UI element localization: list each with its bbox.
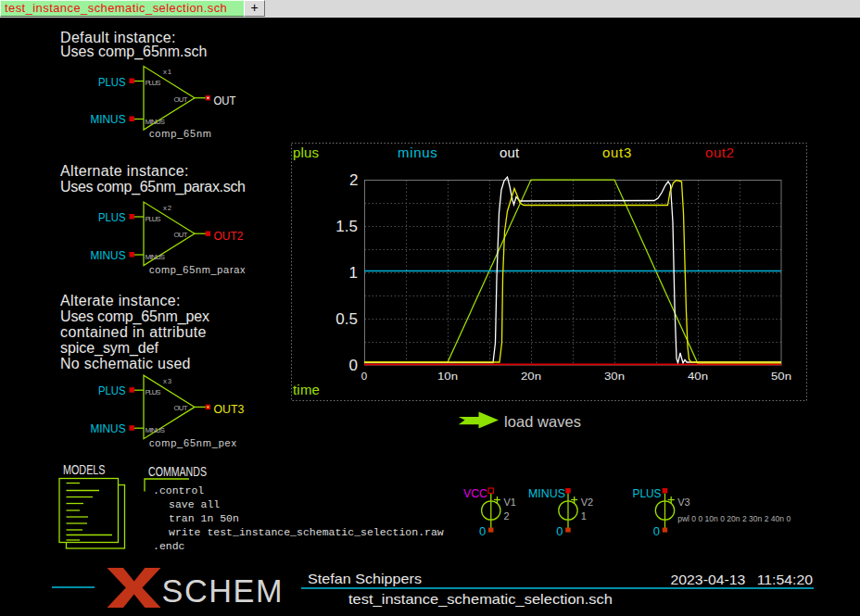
svg-text:minus: minus — [398, 145, 437, 160]
svg-text:pwl 0 0 10n 0 20n 2 30n 2 40n: pwl 0 0 10n 0 20n 2 30n 2 40n 0 — [677, 513, 790, 523]
svg-text:spice_sym_def: spice_sym_def — [60, 340, 159, 357]
svg-text:.control: .control — [153, 484, 204, 497]
svg-text:comp_65nm_parax: comp_65nm_parax — [149, 264, 246, 275]
svg-text:OUT: OUT — [214, 94, 236, 107]
svg-text:OUT2: OUT2 — [214, 229, 244, 243]
svg-text:x3: x3 — [163, 377, 171, 385]
svg-text:test_instance_schematic_select: test_instance_schematic_selection.sch — [348, 591, 613, 607]
svg-text:out: out — [500, 145, 520, 160]
svg-text:load waves: load waves — [504, 413, 581, 430]
svg-text:MINUS: MINUS — [91, 421, 126, 435]
svg-text:contained in attribute: contained in attribute — [60, 324, 207, 340]
svg-text:PLUS: PLUS — [145, 215, 161, 223]
svg-text:1.5: 1.5 — [335, 218, 358, 235]
svg-text:10n: 10n — [437, 371, 458, 382]
svg-text:time: time — [293, 382, 320, 397]
svg-text:SCHEM: SCHEM — [162, 573, 283, 609]
svg-text:COMMANDS: COMMANDS — [148, 464, 207, 479]
svg-text:20n: 20n — [521, 371, 541, 382]
svg-text:x2: x2 — [163, 204, 171, 212]
svg-text:PLUS: PLUS — [145, 388, 161, 396]
svg-text:comp_65nm: comp_65nm — [149, 128, 211, 139]
svg-text:0: 0 — [556, 524, 563, 538]
svg-text:1: 1 — [349, 264, 358, 282]
svg-text:0: 0 — [349, 357, 358, 374]
svg-text:0: 0 — [653, 524, 660, 538]
svg-text:MINUS: MINUS — [91, 112, 126, 126]
svg-text:Uses comp_65nm.sch: Uses comp_65nm.sch — [60, 44, 208, 60]
svg-text:MINUS: MINUS — [145, 118, 166, 126]
svg-text:Uses comp_65nm_pex: Uses comp_65nm_pex — [60, 308, 209, 325]
svg-text:0.5: 0.5 — [335, 310, 358, 328]
svg-text:OUT3: OUT3 — [214, 403, 245, 417]
svg-text:30n: 30n — [604, 371, 625, 382]
svg-text:.endc: .endc — [153, 540, 185, 552]
svg-text:save all: save all — [169, 498, 220, 510]
svg-text:PLUS: PLUS — [145, 79, 161, 87]
svg-text:2: 2 — [504, 510, 510, 522]
svg-text:1: 1 — [581, 510, 587, 522]
svg-text:MODELS: MODELS — [63, 462, 106, 477]
svg-text:Stefan Schippers: Stefan Schippers — [308, 571, 422, 586]
svg-text:x1: x1 — [163, 68, 171, 76]
svg-text:out2: out2 — [705, 145, 734, 160]
svg-text:50n: 50n — [771, 371, 791, 382]
svg-text:Default instance:: Default instance: — [60, 30, 176, 45]
svg-text:VCC: VCC — [463, 486, 487, 500]
svg-text:MINUS: MINUS — [145, 426, 166, 434]
svg-text:PLUS: PLUS — [98, 210, 126, 224]
svg-text:2: 2 — [349, 171, 358, 189]
svg-text:V1: V1 — [504, 497, 516, 508]
svg-text:0: 0 — [479, 524, 486, 538]
svg-text:OUT: OUT — [174, 404, 188, 412]
svg-text:V3: V3 — [677, 497, 689, 508]
svg-text:V2: V2 — [581, 497, 593, 508]
svg-text:40n: 40n — [688, 371, 708, 382]
svg-text:tran 1n 50n: tran 1n 50n — [169, 512, 239, 524]
svg-text:MINUS: MINUS — [528, 486, 565, 500]
svg-text:No schematic used: No schematic used — [60, 356, 191, 371]
svg-text:OUT: OUT — [174, 231, 188, 239]
svg-text:out3: out3 — [602, 145, 632, 160]
svg-text:PLUS: PLUS — [98, 383, 126, 397]
svg-text:write test_instance_schematic_: write test_instance_schematic_selection.… — [169, 526, 444, 538]
svg-text:Alternate instance:: Alternate instance: — [60, 163, 189, 179]
svg-text:MINUS: MINUS — [91, 248, 126, 262]
svg-text:PLUS: PLUS — [633, 486, 662, 500]
svg-text:MINUS: MINUS — [145, 253, 166, 261]
svg-text:Alterate instance:: Alterate instance: — [60, 293, 181, 308]
svg-text:Uses comp_65nm_parax.sch: Uses comp_65nm_parax.sch — [60, 179, 246, 195]
svg-text:comp_65nm_pex: comp_65nm_pex — [149, 437, 237, 448]
svg-text:OUT: OUT — [174, 95, 188, 104]
svg-text:0: 0 — [361, 371, 367, 382]
svg-text:2023-04-13 11:54:20: 2023-04-13 11:54:20 — [671, 572, 814, 587]
svg-text:plus: plus — [293, 145, 319, 160]
svg-text:PLUS: PLUS — [98, 75, 126, 89]
